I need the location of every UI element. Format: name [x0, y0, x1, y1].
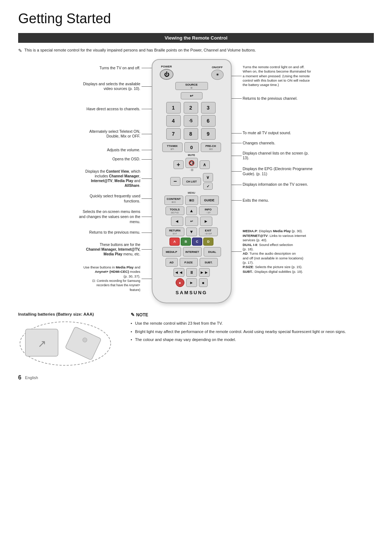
page-number: 6 [18, 374, 21, 381]
ch-up-button[interactable]: ∧ [200, 160, 210, 169]
right-label-exit: Exits the menu. [232, 198, 313, 204]
prev-menu-text: Returns to the previous menu. [89, 230, 140, 235]
intro-text: This is a special remote control for the… [24, 48, 256, 52]
ttx-label: TTX/MIX [167, 144, 178, 148]
exit-button[interactable]: EXIT −⊟ ⊟✗ [199, 227, 218, 236]
btn-a[interactable]: A [170, 238, 180, 246]
btn-c[interactable]: C [192, 238, 202, 246]
right-label-mute: To mute all TV output sound. [232, 131, 313, 136]
btn-b[interactable]: B [181, 238, 191, 246]
vol-dn-button[interactable]: − [170, 177, 180, 186]
play-button[interactable]: ► [186, 278, 197, 287]
change-channels-text: Changes channels. [243, 141, 275, 146]
pause-button[interactable]: ⏸ [186, 268, 197, 277]
svg-rect-3 [65, 327, 101, 360]
forward-button[interactable]: ►► [199, 268, 210, 277]
exit-label: EXIT [205, 229, 212, 232]
info-button[interactable]: INFO ↑ ⊟? [199, 206, 218, 215]
note-title: ✎ NOTE [131, 312, 374, 317]
note-icon: ✎ [131, 312, 135, 317]
left-label-return: Returns to the previous menu. [79, 230, 152, 236]
note-label: NOTE [136, 312, 148, 317]
notes-section: ✎ NOTE Use the remote control within 23 … [131, 312, 374, 345]
up-button[interactable]: ▲ [186, 206, 197, 215]
remote-diagram: Turns the TV on and off. Displays and se… [18, 59, 374, 303]
check-button[interactable]: ✓ [203, 182, 213, 190]
prev-channel-text: Returns to the previous channel. [243, 96, 298, 101]
remote-control: POWER ⏻ ON/OFF ☀ SOURCE ⊞ ↩ 1 2 3 4 ·5 [152, 59, 232, 303]
dual-button[interactable]: DUAL [204, 247, 221, 256]
vol-up-button[interactable]: + [173, 160, 184, 169]
left-label-tools: Quickly select frequently used functions… [79, 194, 152, 204]
power-label: POWER [161, 65, 172, 68]
tools-label: TOOLS [170, 208, 180, 211]
left-button[interactable]: ◄ [171, 217, 183, 226]
btn-1[interactable]: 1 [166, 102, 181, 114]
ad-button[interactable]: AD [166, 258, 178, 267]
note-list: Use the remote control within 23 feet fr… [131, 320, 374, 343]
remote-light-text: Turns the remote control light on and of… [243, 65, 313, 87]
btn-9[interactable]: 9 [201, 128, 216, 140]
right-labels: Turns the remote control light on and of… [232, 59, 313, 275]
left-label-ttx: Alternately select Teletext ON, Double, … [79, 129, 152, 140]
page-title: Getting Started [18, 11, 374, 26]
teletext-text: Alternately select Teletext ON, Double, … [79, 129, 140, 139]
right-label-onoff: Turns the remote control light on and of… [232, 65, 313, 88]
menu-items-text: Selects the on-screen menu items and cha… [79, 209, 140, 224]
numpad: 1 2 3 4 ·5 6 7 8 9 [166, 102, 217, 140]
psize-button[interactable]: P.SIZE [180, 258, 198, 267]
down-button[interactable]: ▼ [186, 227, 197, 236]
rewind-button[interactable]: ◄◄ [173, 268, 184, 277]
prech-button[interactable]: PRE-CH ⊟⊡ [201, 143, 221, 152]
guide-button[interactable]: GUIDE [200, 196, 219, 205]
return-label: RETURN [169, 229, 180, 232]
btn-2[interactable]: 2 [184, 102, 198, 114]
info-screen-text: Displays information on the TV screen. [243, 182, 308, 187]
epg-text: Displays the EPG (Electronic Programme G… [243, 167, 313, 176]
page-language: English [25, 375, 38, 380]
power-button[interactable]: ⏻ [160, 69, 173, 80]
media-play-text: Use these buttons in Media Play andAnyne… [83, 265, 140, 292]
left-label-power: Turns the TV on and off. [79, 66, 152, 71]
displays-video-text: Displays and selects the available video… [79, 82, 140, 91]
record-button[interactable]: ● [176, 278, 184, 287]
btn-4[interactable]: 4 [166, 115, 181, 127]
internet-button[interactable]: INTERNET [183, 247, 202, 256]
mediap-button[interactable]: MEDIA.P [162, 247, 181, 256]
right-label-channel: Changes channels. [232, 141, 313, 147]
mute-section-label: MUTE [158, 154, 226, 156]
subt-button[interactable]: SUBT. [200, 258, 218, 267]
btn-0[interactable]: 0 [184, 142, 199, 152]
section-header: Viewing the Remote Control [18, 33, 374, 43]
tools-button[interactable]: TOOLS ⊟⊡ ✎⊟ [166, 206, 184, 215]
volume-text: Adjusts the volume. [107, 148, 140, 153]
stop-button[interactable]: ■ [199, 278, 208, 287]
right-button[interactable]: ► [200, 217, 212, 226]
right-label-prech: Returns to the previous channel. [232, 96, 313, 102]
ch-dn-button[interactable]: ∨ [203, 173, 213, 182]
left-label-media-play: Use these buttons in Media Play andAnyne… [79, 265, 152, 293]
btn-7[interactable]: 7 [166, 128, 181, 140]
mute-button[interactable]: 🔇 [185, 158, 198, 168]
btn-6[interactable]: 6 [201, 115, 216, 127]
right-label-guide: Displays the EPG (Electronic Programme G… [232, 167, 313, 177]
content-label: CONTENT [167, 197, 181, 201]
note-item-2: Bright light may affect the performance … [131, 329, 374, 335]
source-button[interactable]: SOURCE ⊞ [175, 82, 208, 90]
onoff-button[interactable]: ☀ [211, 70, 224, 80]
content-button[interactable]: CONTENT ⊞ ⊡ [164, 196, 183, 205]
menu-center-button[interactable]: ⊞⊡ [185, 196, 198, 205]
btn-8[interactable]: 8 [184, 128, 198, 140]
ttx-button[interactable]: TTX/MIX ⊞✎ [162, 143, 183, 152]
btn-5[interactable]: ·5 [184, 115, 198, 127]
btn-d[interactable]: D [203, 238, 213, 246]
left-label-ch-mgr: These buttons are for theChannel Manager… [79, 242, 152, 257]
return-button[interactable]: RETURN ⊟ ↺ [166, 227, 184, 236]
exit-menu-text: Exits the menu. [243, 198, 269, 203]
center-button[interactable]: ↩ [185, 217, 198, 226]
content-view-text: Displays the Content View, whichincludes… [79, 169, 140, 188]
menu-section-label: MENU [188, 192, 195, 194]
btn-3[interactable]: 3 [201, 102, 216, 114]
input-button[interactable]: ↩ [181, 92, 203, 99]
chlist-button[interactable]: CH LIST [182, 177, 201, 185]
